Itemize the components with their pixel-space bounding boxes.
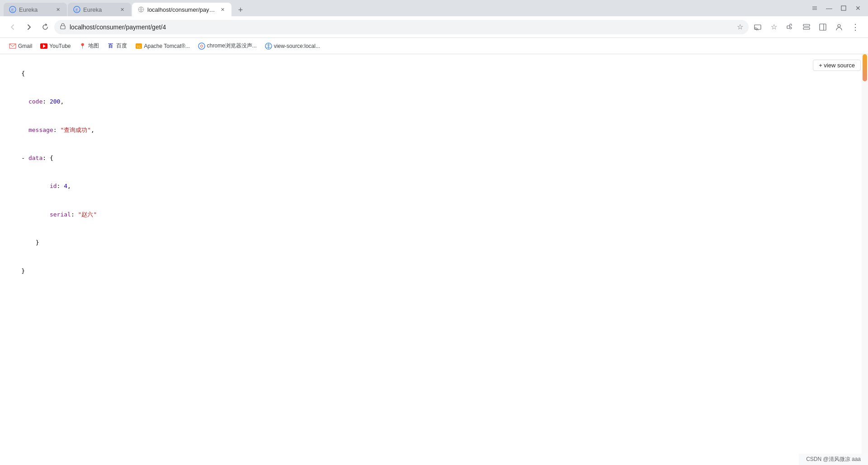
lock-icon (60, 23, 66, 31)
tab-title-2: Eureka (83, 6, 116, 13)
bookmark-chrome[interactable]: chrome浏览器没声... (194, 40, 260, 52)
json-comma-1: , (60, 98, 64, 105)
scrollbar[interactable] (862, 54, 868, 465)
json-indent-4 (21, 211, 50, 218)
json-colon-5: : (71, 211, 78, 218)
window-controls: — ✕ (808, 2, 864, 14)
bookmark-star-icon[interactable]: ☆ (737, 23, 743, 31)
profile-button[interactable] (832, 20, 846, 34)
baidu-icon: 百 (107, 42, 114, 50)
tab-close-2[interactable]: ✕ (118, 6, 126, 13)
chrome-icon (198, 42, 205, 50)
json-colon-4: : (57, 183, 64, 189)
svg-point-21 (200, 45, 203, 47)
close-brace: } (21, 268, 25, 274)
maps-icon: 📍 (79, 42, 86, 50)
svg-text:E: E (11, 8, 14, 12)
svg-rect-13 (820, 24, 826, 30)
cast-button[interactable] (750, 20, 765, 34)
youtube-icon (40, 42, 47, 50)
svg-rect-10 (787, 26, 790, 28)
scrollbar-thumb[interactable] (863, 54, 867, 81)
json-value-code: 200 (50, 98, 60, 105)
tab-icon-2: E (73, 6, 80, 13)
address-bar[interactable]: localhost/consumer/payment/get/4 ☆ (54, 20, 749, 34)
svg-rect-12 (803, 28, 810, 29)
svg-text:E: E (75, 8, 78, 12)
svg-rect-11 (803, 24, 810, 26)
tab-title-1: Eureka (19, 6, 52, 13)
back-button[interactable] (5, 20, 20, 34)
status-text: CSDN @清风微凉 aaa (806, 456, 861, 462)
open-brace: { (21, 70, 25, 77)
json-comma-3: , (67, 183, 71, 189)
tab-eureka-2[interactable]: E Eureka ✕ (68, 3, 131, 16)
bookmark-gmail[interactable]: Gmail (5, 41, 36, 52)
status-bar: CSDN @清风微凉 aaa (799, 454, 868, 465)
viewsource-icon (265, 42, 272, 50)
nav-actions: ☆ ⋮ (750, 20, 863, 34)
bookmark-viewsource-label: view-source:local... (274, 43, 320, 49)
url-text: localhost/consumer/payment/get/4 (70, 23, 733, 31)
extensions-button[interactable] (783, 20, 797, 34)
bookmark-baidu[interactable]: 百 百度 (104, 40, 131, 52)
json-comma-2: , (91, 127, 94, 133)
data-close-brace: } (36, 239, 39, 246)
bookmark-viewsource[interactable]: view-source:local... (261, 41, 324, 52)
svg-rect-9 (755, 25, 761, 29)
reload-button[interactable] (38, 20, 52, 34)
json-indent-2 (21, 127, 28, 133)
bookmark-tomcat[interactable]: TC Apache Tomcat®... (132, 41, 193, 52)
tab-close-3[interactable]: ✕ (219, 6, 226, 13)
json-indent-3 (21, 183, 50, 189)
forward-button[interactable] (22, 20, 36, 34)
json-line-4: - data: { (7, 144, 861, 172)
json-line-3: message: "查询成功", (7, 116, 861, 144)
json-line-1: { (7, 60, 861, 88)
json-key-code: code (28, 98, 42, 105)
tab-groups-button[interactable] (799, 20, 814, 34)
tab-icon-3 (137, 6, 145, 13)
json-value-message: "查询成功" (60, 127, 91, 133)
view-source-button[interactable]: + view source (813, 60, 861, 71)
svg-rect-8 (61, 26, 65, 29)
json-colon-2: : (53, 127, 61, 133)
json-key-id: id (50, 183, 57, 189)
bookmark-youtube-label: YouTube (49, 43, 71, 49)
data-open-brace: { (50, 155, 53, 161)
tab-close-1[interactable]: ✕ (54, 6, 61, 13)
bookmark-tomcat-label: Apache Tomcat®... (144, 43, 190, 49)
svg-point-15 (838, 24, 840, 27)
new-tab-button[interactable]: + (234, 4, 247, 16)
json-line-8: } (7, 257, 861, 285)
bookmark-youtube[interactable]: YouTube (37, 41, 74, 52)
bookmark-baidu-label: 百度 (116, 42, 127, 50)
tomcat-icon: TC (135, 42, 142, 50)
close-button[interactable]: ✕ (852, 2, 864, 14)
tabs-area: E Eureka ✕ E Eureka ✕ (4, 0, 805, 16)
json-key-serial: serial (50, 211, 71, 218)
main-content: + view source { code: 200, message: "查询成… (0, 54, 868, 465)
tab-icon-1: E (9, 6, 16, 13)
json-key-data: data (28, 155, 42, 161)
json-indent (21, 98, 28, 105)
tab-list-button[interactable] (808, 2, 821, 14)
bookmark-gmail-label: Gmail (18, 43, 32, 49)
tab-title-3: localhost/consumer/payment/ (147, 6, 216, 13)
tab-localhost[interactable]: localhost/consumer/payment/ ✕ (132, 3, 231, 16)
menu-button[interactable]: ⋮ (848, 20, 863, 34)
json-key-message: message (28, 127, 53, 133)
title-bar: E Eureka ✕ E Eureka ✕ (0, 0, 868, 16)
json-line-5: id: 4, (7, 173, 861, 201)
tab-eureka-1[interactable]: E Eureka ✕ (4, 3, 67, 16)
bookmark-star-btn[interactable]: ☆ (767, 20, 781, 34)
minimize-button[interactable]: — (823, 2, 835, 14)
json-value-id: 4 (64, 183, 67, 189)
maximize-button[interactable] (837, 2, 850, 14)
svg-text:TC: TC (136, 45, 141, 49)
nav-bar: localhost/consumer/payment/get/4 ☆ ☆ ⋮ (0, 16, 868, 38)
collapse-icon[interactable]: - (21, 155, 28, 161)
bookmark-maps-label: 地图 (88, 42, 99, 50)
bookmark-maps[interactable]: 📍 地图 (75, 40, 103, 52)
side-panel-button[interactable] (816, 20, 830, 34)
